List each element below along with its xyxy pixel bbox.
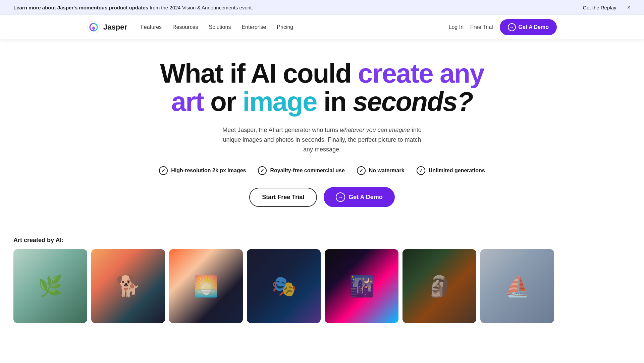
nav-actions: Log In Free Trial → Get A Demo [449,19,557,35]
nav-container: Jasper Features Resources Solutions Ente… [87,15,557,39]
hero-headline: What if AI could create any art or image… [134,59,510,116]
headline-seconds: seconds? [353,87,473,117]
headline-art: art [171,87,204,117]
announcement-banner: Learn more about Jasper's momentous prod… [0,0,644,15]
banner-normal-text: from the 2024 Vision & Announcements eve… [148,5,253,10]
art-card-6-inner: 🗿 [402,249,476,323]
art-card-5: 🌃 [325,249,398,323]
headline-in: in [317,87,353,117]
art-card-4: 🎭 [247,249,321,323]
check-icon-hires: ✓ [159,166,168,175]
art-section: Art created by AI: 🌿 🐕 🌅 🎭 🌃 🗿 ⛵ [0,237,644,323]
art-card-5-inner: 🌃 [325,249,398,323]
nav-links: Features Resources Solutions Enterprise … [141,24,449,30]
get-demo-hero-button[interactable]: → Get A Demo [324,187,395,207]
nav-item-pricing[interactable]: Pricing [277,24,293,30]
get-demo-nav-label: Get A Demo [519,24,549,30]
arrow-circle-icon: → [508,23,516,31]
headline-image: image [243,87,317,117]
hero-sub-italic: whatever you can imagine [340,127,410,133]
free-trial-nav-link[interactable]: Free Trial [470,24,493,30]
feature-royalty-label: Royality-free commercial use [270,168,344,174]
headline-create-any: create any [358,58,484,88]
check-icon-watermark: ✓ [357,166,366,175]
feature-watermark: ✓ No watermark [357,166,405,175]
navbar: Jasper Features Resources Solutions Ente… [0,15,644,39]
check-icon-royalty: ✓ [258,166,267,175]
banner-bold-text: Learn more about Jasper's momentous prod… [13,5,148,10]
art-card-4-inner: 🎭 [247,249,321,323]
nav-item-resources[interactable]: Resources [172,24,198,30]
banner-close-button[interactable]: × [627,4,631,11]
logo-link[interactable]: Jasper [87,21,127,34]
cta-row: Start Free Trial → Get A Demo [134,187,510,207]
banner-text: Learn more about Jasper's momentous prod… [13,5,253,10]
hero-sub-normal1: Meet Jasper, the AI art generator who tu… [222,127,340,133]
get-demo-nav-button[interactable]: → Get A Demo [500,19,557,35]
feature-watermark-label: No watermark [369,168,405,174]
feature-hires-label: High-resolution 2k px images [171,168,246,174]
feature-hires: ✓ High-resolution 2k px images [159,166,246,175]
start-free-trial-button[interactable]: Start Free Trial [249,188,317,207]
feature-royalty: ✓ Royality-free commercial use [258,166,344,175]
get-demo-hero-label: Get A Demo [348,194,383,201]
art-card-2: 🐕 [91,249,165,323]
svg-point-1 [92,27,95,30]
nav-item-enterprise[interactable]: Enterprise [241,24,266,30]
logo-text: Jasper [103,23,127,32]
arrow-circle-hero-icon: → [336,192,345,202]
art-card-3: 🌅 [169,249,243,323]
art-card-3-inner: 🌅 [169,249,243,323]
art-section-label: Art created by AI: [13,237,644,244]
feature-unlimited: ✓ Unlimited generations [417,166,485,175]
banner-replay-link[interactable]: Get the Replay [583,5,616,10]
art-card-6: 🗿 [402,249,476,323]
art-card-7: ⛵ [480,249,554,323]
art-card-1: 🌿 [13,249,87,323]
login-link[interactable]: Log In [449,24,464,30]
feature-unlimited-label: Unlimited generations [429,168,485,174]
headline-what-if: What if AI could [160,58,358,88]
art-card-1-inner: 🌿 [13,249,87,323]
nav-item-solutions[interactable]: Solutions [209,24,231,30]
features-row: ✓ High-resolution 2k px images ✓ Royalit… [134,166,510,175]
nav-item-features[interactable]: Features [141,24,162,30]
check-icon-unlimited: ✓ [417,166,425,175]
art-grid: 🌿 🐕 🌅 🎭 🌃 🗿 ⛵ [13,249,644,323]
art-card-2-inner: 🐕 [91,249,165,323]
hero-section: What if AI could create any art or image… [121,39,523,237]
jasper-logo-icon [87,21,100,34]
hero-subtext: Meet Jasper, the AI art generator who tu… [221,125,423,154]
art-card-7-inner: ⛵ [480,249,554,323]
headline-or: or [204,87,243,117]
